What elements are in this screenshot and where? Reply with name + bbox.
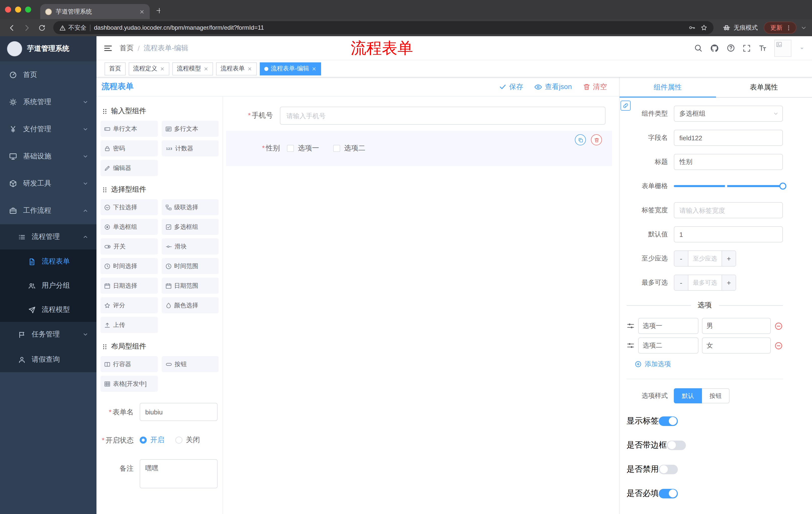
title-input[interactable] [674,154,783,170]
gender-option-2[interactable]: 选项二 [333,144,365,153]
user-avatar[interactable] [774,39,791,57]
decrease-button[interactable]: - [674,251,688,266]
palette-item-date-range[interactable]: 日期范围 [162,278,219,294]
palette-item-table[interactable]: 表格[开发中] [100,376,157,392]
tag-close-icon[interactable] [247,66,252,71]
palette-item-cascader[interactable]: 级联选择 [162,199,219,215]
style-button-button[interactable]: 按钮 [702,388,730,403]
sidebar-item-infra[interactable]: 基础设施 [0,143,96,170]
font-size-icon[interactable] [758,44,767,52]
gender-field-selected[interactable]: *性别 选项一 选项二 [226,131,612,166]
palette-item-single-line-text[interactable]: 单行文本 [100,121,157,137]
palette-item-time-range[interactable]: 时间范围 [162,258,219,274]
sidebar-item-payment[interactable]: 支付管理 [0,116,96,143]
tag-process-form-edit[interactable]: 流程表单-编辑 [260,62,321,75]
checkbox[interactable] [333,145,340,152]
tab-form-props[interactable]: 表单属性 [716,77,812,97]
github-icon[interactable] [710,44,719,53]
palette-item-multi-line-text[interactable]: 多行文本 [162,121,219,137]
back-button[interactable] [5,21,18,34]
palette-item-color-picker[interactable]: 颜色选择 [162,297,219,313]
field-name-input[interactable] [674,130,783,146]
window-minimize-button[interactable] [15,6,21,12]
sidebar-item-task-mgmt[interactable]: 任务管理 [0,322,96,347]
max-select-input[interactable] [688,275,722,290]
palette-item-password[interactable]: 密码 [100,140,157,156]
status-off-radio[interactable]: 关闭 [175,436,200,444]
clear-button[interactable]: 清空 [583,82,607,91]
slider-handle[interactable] [779,183,786,190]
tag-home[interactable]: 首页 [105,62,126,75]
checkbox[interactable] [287,145,294,152]
sidebar-collapse-button[interactable] [104,44,113,53]
sidebar-item-devtools[interactable]: 研发工具 [0,170,96,197]
browser-menu-icon[interactable] [785,24,792,31]
update-button[interactable]: 更新 [764,22,796,34]
sidebar-logo[interactable]: 芋道管理系统 [0,36,96,61]
view-json-button[interactable]: 查看json [534,82,572,91]
increase-button[interactable]: + [722,251,736,266]
sidebar-item-user-group[interactable]: 用户分组 [0,274,96,298]
with-border-toggle[interactable] [667,440,686,450]
remove-option-button[interactable] [774,341,783,350]
window-close-button[interactable] [5,6,11,12]
palette-item-radio-group[interactable]: 单选框组 [100,219,157,235]
gender-option-1[interactable]: 选项一 [287,144,319,153]
palette-item-checkbox-group[interactable]: 多选框组 [162,219,219,235]
min-select-input[interactable] [688,251,722,266]
tab-close-icon[interactable] [139,9,145,14]
increase-button[interactable]: + [722,275,736,290]
sidebar-item-process-form[interactable]: 流程表单 [0,249,96,274]
disabled-toggle[interactable] [659,464,678,474]
sidebar-item-workflow[interactable]: 工作流程 [0,197,96,224]
form-name-input[interactable] [140,403,218,421]
remove-option-button[interactable] [774,322,783,330]
sidebar-item-process-model[interactable]: 流程模型 [0,298,96,322]
component-type-select[interactable]: 多选框组 [674,106,783,122]
palette-item-switch[interactable]: 开关 [100,238,157,254]
palette-item-counter[interactable]: 计数器 [162,140,219,156]
tab-component-props[interactable]: 组件属性 [619,77,716,97]
copy-component-button[interactable] [575,134,586,145]
save-button[interactable]: 保存 [499,82,523,91]
palette-item-select[interactable]: 下拉选择 [100,199,157,215]
browser-tab[interactable]: 芋道管理系统 [40,4,150,19]
window-zoom-button[interactable] [25,6,31,12]
palette-item-slider[interactable]: 滑块 [162,238,219,254]
status-on-radio[interactable]: 开启 [140,436,164,444]
new-tab-button[interactable] [150,4,164,19]
palette-item-upload[interactable]: 上传 [100,317,157,333]
style-default-button[interactable]: 默认 [674,388,702,403]
drag-handle-icon[interactable] [627,322,635,330]
palette-item-date-picker[interactable]: 日期选择 [100,278,157,294]
fullscreen-icon[interactable] [743,44,751,52]
option-name-input[interactable] [638,318,698,334]
phone-field[interactable]: *手机号 [230,107,606,125]
label-width-input[interactable] [674,202,783,218]
option-value-input[interactable] [702,337,771,354]
option-value-input[interactable] [702,318,771,334]
decrease-button[interactable]: - [674,275,688,290]
palette-item-editor[interactable]: 编辑器 [100,160,157,176]
palette-item-button[interactable]: 按钮 [162,356,219,372]
toolbar-chevron-icon[interactable] [801,24,807,31]
bookmark-star-icon[interactable] [700,24,707,31]
show-label-toggle[interactable] [659,416,678,426]
tag-close-icon[interactable] [203,66,208,71]
tag-close-icon[interactable] [160,66,165,71]
palette-item-row-container[interactable]: 行容器 [100,356,157,372]
address-bar[interactable]: 不安全 dashboard.yudao.iocoder.cn/bpm/manag… [53,21,714,34]
forward-button[interactable] [20,21,33,34]
sidebar-item-process-mgmt[interactable]: 流程管理 [0,224,96,249]
sidebar-item-system[interactable]: 系统管理 [0,88,96,116]
tag-close-icon[interactable] [312,66,317,71]
tag-process-model[interactable]: 流程模型 [172,62,213,75]
phone-input[interactable] [280,107,606,125]
help-icon[interactable] [727,44,735,52]
sidebar-item-home[interactable]: 首页 [0,61,96,88]
form-grid-slider[interactable] [674,178,783,194]
form-remark-textarea[interactable]: 嘿嘿 [140,459,218,488]
sidebar-item-leave-query[interactable]: 请假查询 [0,347,96,372]
default-value-input[interactable] [674,226,783,242]
add-option-button[interactable]: 添加选项 [635,360,783,369]
